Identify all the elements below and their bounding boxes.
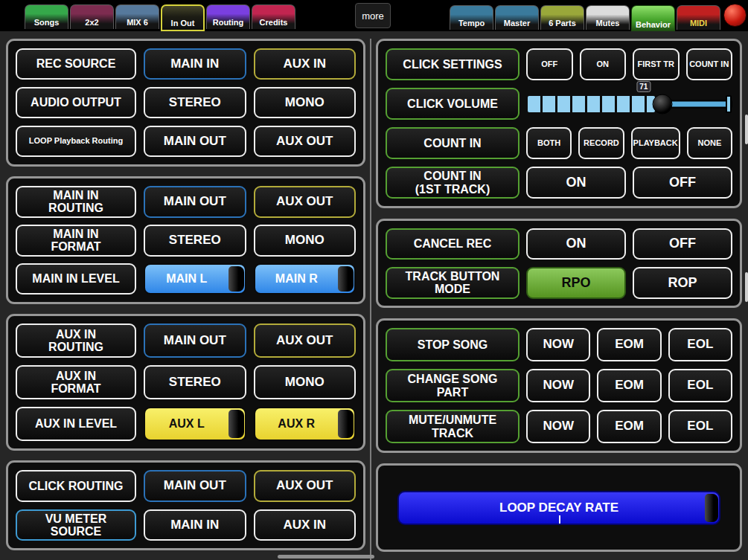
stop-song-eom-button[interactable]: EOM [597, 328, 661, 361]
cancel-rec-off-button[interactable]: OFF [633, 228, 732, 260]
stereo-button[interactable]: STEREO [144, 87, 246, 118]
stop-song-label[interactable]: STOP SONG [386, 328, 520, 361]
tab-midi[interactable]: MIDI [677, 5, 720, 30]
mono-button[interactable]: MONO [254, 87, 357, 118]
count-in-first-track-label[interactable]: COUNT IN (1ST TRACK) [386, 167, 520, 199]
tab-in-out[interactable]: In Out [161, 4, 205, 31]
count-in-none-button[interactable]: NONE [687, 127, 732, 159]
cancel-rec-on-button[interactable]: ON [526, 228, 626, 260]
mono-button[interactable]: MONO [254, 365, 357, 399]
tab-2x2[interactable]: 2x2 [70, 4, 114, 29]
count-in-record-button[interactable]: RECORD [578, 127, 624, 159]
aux-in-button[interactable]: AUX IN [254, 509, 357, 541]
tab-6-parts[interactable]: 6 Parts [540, 5, 584, 30]
aux-in-routing-row: AUX IN ROUTING MAIN OUT AUX OUT [16, 324, 356, 358]
tab-label: MIX 6 [127, 18, 148, 29]
tab-tempo[interactable]: Tempo [450, 5, 493, 30]
vu-meter-source-label[interactable]: VU METER SOURCE [16, 509, 136, 541]
aux-out-button[interactable]: AUX OUT [254, 324, 357, 358]
mute-unmute-track-label[interactable]: MUTE/UNMUTE TRACK [386, 410, 520, 443]
click-routing-label[interactable]: CLICK ROUTING [16, 470, 136, 502]
stereo-button[interactable]: STEREO [144, 225, 246, 257]
click-on-button[interactable]: ON [580, 48, 627, 80]
track-button-mode-row: TRACK BUTTON MODE RPO ROP [386, 267, 732, 298]
horizontal-scrollbar[interactable] [278, 555, 374, 559]
click-first-tr-button[interactable]: FIRST TR [633, 48, 680, 80]
main-in-level-label[interactable]: MAIN IN LEVEL [16, 263, 136, 295]
main-r-level-slider[interactable]: MAIN R [254, 263, 357, 295]
rpo-button[interactable]: RPO [526, 267, 626, 299]
main-in-routing-label[interactable]: MAIN IN ROUTING [16, 186, 136, 218]
main-in-format-label[interactable]: MAIN IN FORMAT [16, 225, 136, 257]
tab-behavior[interactable]: Behavior [631, 5, 675, 31]
slider-knob[interactable] [705, 494, 718, 522]
count-in-row: COUNT IN BOTH RECORD PLAYBACK NONE [386, 127, 732, 159]
audio-output-label[interactable]: AUDIO OUTPUT [16, 87, 136, 118]
loop-decay-slider[interactable]: LOOP DECAY RATE [397, 491, 720, 525]
more-button[interactable]: more [355, 3, 391, 28]
main-out-button[interactable]: MAIN OUT [144, 324, 246, 358]
change-song-part-label[interactable]: CHANGE SONG PART [386, 369, 520, 402]
slider-knob[interactable] [228, 266, 244, 292]
mono-button[interactable]: MONO [254, 225, 357, 257]
tab-master[interactable]: Master [495, 5, 539, 30]
count-in-first-off-button[interactable]: OFF [633, 167, 732, 199]
main-l-level-slider[interactable]: MAIN L [144, 263, 246, 295]
stop-song-eol-button[interactable]: EOL [668, 328, 732, 361]
cancel-rec-label[interactable]: CANCEL REC [386, 228, 520, 260]
stereo-button[interactable]: STEREO [144, 365, 246, 399]
count-in-playback-button[interactable]: PLAYBACK [631, 127, 680, 159]
rec-source-label[interactable]: REC SOURCE [16, 48, 136, 80]
tab-songs[interactable]: Songs [25, 4, 68, 29]
count-in-both-button[interactable]: BOTH [526, 127, 572, 159]
tab-mutes[interactable]: Mutes [586, 5, 630, 30]
main-out-button[interactable]: MAIN OUT [144, 470, 246, 502]
rop-button[interactable]: ROP [633, 267, 732, 299]
tab-label: 6 Parts [549, 19, 576, 30]
tab-label: Songs [34, 18, 60, 29]
slider-fill [526, 94, 656, 114]
click-volume-slider[interactable]: 71 [526, 88, 732, 120]
loop-playback-routing-label[interactable]: LOOP Playback Routing [16, 126, 136, 157]
slider-knob[interactable] [338, 410, 354, 438]
slider-knob[interactable] [338, 266, 354, 292]
click-off-button[interactable]: OFF [526, 48, 573, 80]
main-out-button[interactable]: MAIN OUT [144, 186, 246, 218]
mute-eol-button[interactable]: EOL [668, 410, 732, 443]
aux-out-button[interactable]: AUX OUT [254, 126, 357, 157]
tab-routing[interactable]: Routing [206, 4, 250, 29]
aux-in-level-label[interactable]: AUX IN LEVEL [16, 407, 136, 441]
change-part-eom-button[interactable]: EOM [597, 369, 661, 402]
aux-in-level-row: AUX IN LEVEL AUX L AUX R [16, 407, 356, 441]
rec-source-row: REC SOURCE MAIN IN AUX IN [16, 48, 356, 80]
main-in-format-row: MAIN IN FORMAT STEREO MONO [16, 225, 356, 256]
slider-position-tick [559, 515, 560, 524]
click-settings-label[interactable]: CLICK SETTINGS [386, 48, 520, 80]
mute-now-button[interactable]: NOW [526, 410, 590, 443]
count-in-first-on-button[interactable]: ON [526, 167, 626, 199]
aux-in-button[interactable]: AUX IN [254, 48, 357, 80]
aux-r-level-slider[interactable]: AUX R [254, 407, 357, 441]
click-count-in-button[interactable]: COUNT IN [686, 48, 733, 80]
slider-knob[interactable] [228, 410, 244, 438]
change-part-eol-button[interactable]: EOL [668, 369, 732, 402]
aux-in-routing-label[interactable]: AUX IN ROUTING [16, 324, 136, 358]
tab-mix6[interactable]: MIX 6 [115, 4, 159, 29]
red-round-button[interactable] [723, 4, 747, 27]
stop-song-now-button[interactable]: NOW [526, 328, 590, 361]
tab-credits[interactable]: Credits [252, 4, 295, 29]
change-part-now-button[interactable]: NOW [526, 369, 590, 402]
aux-out-button[interactable]: AUX OUT [254, 470, 357, 502]
main-out-button[interactable]: MAIN OUT [144, 126, 246, 157]
track-button-mode-label[interactable]: TRACK BUTTON MODE [386, 267, 520, 299]
click-volume-label[interactable]: CLICK VOLUME [386, 88, 520, 120]
main-in-button[interactable]: MAIN IN [144, 509, 246, 541]
count-in-label[interactable]: COUNT IN [386, 127, 520, 159]
aux-out-button[interactable]: AUX OUT [254, 186, 357, 218]
main-in-button[interactable]: MAIN IN [144, 48, 246, 80]
change-song-part-row: CHANGE SONG PART NOW EOM EOL [386, 369, 732, 402]
slider-knob[interactable] [652, 94, 672, 114]
aux-l-level-slider[interactable]: AUX L [144, 407, 246, 441]
aux-in-format-label[interactable]: AUX IN FORMAT [16, 365, 136, 399]
mute-eom-button[interactable]: EOM [597, 410, 661, 443]
